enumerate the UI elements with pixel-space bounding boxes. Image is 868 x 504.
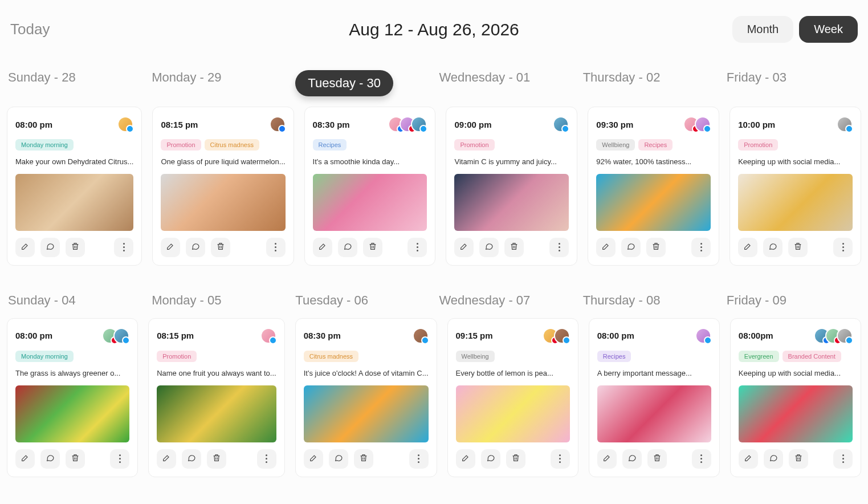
more-button[interactable] bbox=[549, 238, 569, 257]
more-button[interactable] bbox=[114, 238, 133, 257]
avatar[interactable] bbox=[113, 328, 129, 344]
more-button[interactable] bbox=[692, 449, 711, 469]
tag[interactable]: Recipes bbox=[638, 139, 673, 151]
post-image[interactable] bbox=[739, 385, 853, 442]
day-header[interactable]: Monday - 29 bbox=[152, 70, 285, 96]
post-image[interactable] bbox=[304, 385, 429, 442]
delete-button[interactable] bbox=[66, 449, 85, 469]
comment-button[interactable] bbox=[481, 449, 500, 469]
month-view-button[interactable]: Month bbox=[732, 16, 794, 43]
comment-button[interactable] bbox=[338, 238, 357, 257]
comment-button[interactable] bbox=[182, 449, 201, 469]
avatar[interactable] bbox=[260, 328, 276, 344]
edit-button[interactable] bbox=[157, 449, 176, 469]
edit-button[interactable] bbox=[161, 238, 180, 257]
comment-button[interactable] bbox=[40, 238, 60, 257]
avatar[interactable] bbox=[413, 328, 429, 344]
post-card[interactable]: 08:30 pmRecipesIt's a smoothie kinda day… bbox=[304, 107, 436, 266]
day-header[interactable]: Friday - 09 bbox=[727, 293, 860, 308]
post-image[interactable] bbox=[15, 174, 133, 231]
post-image[interactable] bbox=[596, 174, 711, 231]
comment-button[interactable] bbox=[40, 449, 60, 469]
avatar[interactable] bbox=[270, 116, 286, 132]
day-header[interactable]: Wednesday - 01 bbox=[439, 70, 573, 96]
post-card[interactable]: 08:00 pmMonday morningMake your own Dehy… bbox=[7, 107, 142, 266]
comment-button[interactable] bbox=[763, 238, 783, 257]
tag[interactable]: Recipes bbox=[313, 139, 347, 151]
tag[interactable]: Wellbieng bbox=[596, 139, 635, 151]
tag[interactable]: Promotion bbox=[738, 139, 778, 151]
tag[interactable]: Evergreen bbox=[739, 351, 779, 362]
more-button[interactable] bbox=[266, 238, 286, 257]
post-card[interactable]: 08:15 pmPromotionCitrus madnessOne glass… bbox=[152, 107, 294, 266]
avatar[interactable] bbox=[411, 116, 427, 132]
tag[interactable]: Recipes bbox=[597, 351, 631, 362]
comment-button[interactable] bbox=[764, 449, 783, 469]
delete-button[interactable] bbox=[66, 238, 85, 257]
edit-button[interactable] bbox=[313, 238, 332, 257]
edit-button[interactable] bbox=[738, 238, 757, 257]
delete-button[interactable] bbox=[354, 449, 373, 469]
post-image[interactable] bbox=[456, 385, 570, 442]
comment-button[interactable] bbox=[622, 449, 642, 469]
avatar[interactable] bbox=[553, 116, 569, 132]
more-button[interactable] bbox=[257, 449, 276, 469]
tag[interactable]: Citrus madness bbox=[304, 351, 358, 362]
comment-button[interactable] bbox=[621, 238, 641, 257]
delete-button[interactable] bbox=[647, 449, 667, 469]
post-image[interactable] bbox=[157, 385, 276, 442]
comment-button[interactable] bbox=[479, 238, 499, 257]
more-button[interactable] bbox=[110, 449, 129, 469]
edit-button[interactable] bbox=[596, 238, 616, 257]
tag[interactable]: Monday morning bbox=[15, 351, 74, 362]
avatar[interactable] bbox=[554, 328, 570, 344]
avatar[interactable] bbox=[117, 116, 133, 132]
edit-button[interactable] bbox=[597, 449, 617, 469]
avatar[interactable] bbox=[695, 116, 711, 132]
post-card[interactable]: 08:15 pmPromotionName one fruit you alwa… bbox=[148, 318, 285, 477]
day-header[interactable]: Sunday - 28 bbox=[8, 70, 141, 96]
post-image[interactable] bbox=[738, 174, 853, 231]
edit-button[interactable] bbox=[15, 238, 35, 257]
more-button[interactable] bbox=[407, 238, 427, 257]
delete-button[interactable] bbox=[788, 238, 808, 257]
delete-button[interactable] bbox=[207, 449, 226, 469]
day-header[interactable]: Wednesday - 07 bbox=[439, 293, 573, 308]
tag[interactable]: Promotion bbox=[157, 351, 197, 362]
day-header[interactable]: Monday - 05 bbox=[152, 293, 285, 308]
today-label[interactable]: Today bbox=[10, 21, 50, 38]
comment-button[interactable] bbox=[329, 449, 348, 469]
edit-button[interactable] bbox=[454, 238, 474, 257]
post-card[interactable]: 10:00 pmPromotionKeeping up with social … bbox=[730, 107, 861, 266]
post-image[interactable] bbox=[454, 174, 569, 231]
edit-button[interactable] bbox=[739, 449, 758, 469]
post-image[interactable] bbox=[15, 385, 129, 442]
delete-button[interactable] bbox=[504, 238, 524, 257]
delete-button[interactable] bbox=[363, 238, 382, 257]
edit-button[interactable] bbox=[15, 449, 35, 469]
post-card[interactable]: 08:30 pmCitrus madnessIt's juice o'clock… bbox=[295, 318, 437, 477]
delete-button[interactable] bbox=[506, 449, 525, 469]
post-image[interactable] bbox=[313, 174, 427, 231]
more-button[interactable] bbox=[833, 449, 853, 469]
tag[interactable]: Branded Content bbox=[783, 351, 841, 362]
avatar[interactable] bbox=[837, 328, 853, 344]
post-image[interactable] bbox=[161, 174, 285, 231]
avatar[interactable] bbox=[837, 116, 853, 132]
more-button[interactable] bbox=[691, 238, 711, 257]
day-header[interactable]: Tuesday - 06 bbox=[295, 293, 429, 308]
day-header[interactable]: Friday - 03 bbox=[727, 70, 860, 96]
more-button[interactable] bbox=[409, 449, 429, 469]
post-card[interactable]: 08:00pmEvergreenBranded ContentKeeping u… bbox=[730, 318, 861, 477]
more-button[interactable] bbox=[833, 238, 853, 257]
edit-button[interactable] bbox=[304, 449, 323, 469]
post-card[interactable]: 08:00 pmMonday morningThe grass is alway… bbox=[7, 318, 138, 477]
more-button[interactable] bbox=[551, 449, 570, 469]
post-image[interactable] bbox=[597, 385, 711, 442]
post-card[interactable]: 09:15 pmWellbeingEvery bottle of lemon i… bbox=[447, 318, 578, 477]
post-card[interactable]: 09:00 pmPromotionVitamin C is yummy and … bbox=[446, 107, 577, 266]
tag[interactable]: Monday morning bbox=[15, 139, 74, 151]
avatar[interactable] bbox=[695, 328, 711, 344]
tag[interactable]: Citrus madness bbox=[205, 139, 259, 151]
edit-button[interactable] bbox=[456, 449, 475, 469]
